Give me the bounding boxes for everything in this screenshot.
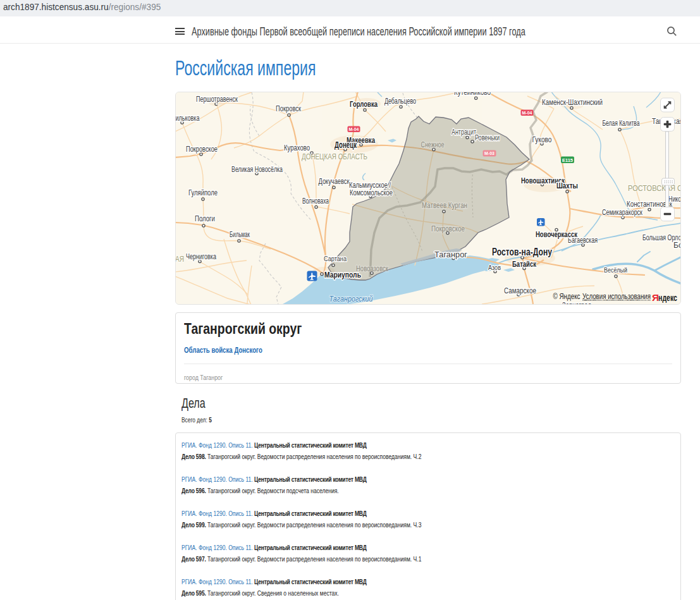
svg-text:Снежное: Снежное bbox=[421, 140, 445, 149]
svg-text:Курахово: Курахово bbox=[284, 144, 310, 152]
svg-text:Самарское: Самарское bbox=[504, 286, 536, 295]
svg-text:М-03: М-03 bbox=[484, 151, 494, 156]
svg-text:Великая Новосёлка: Великая Новосёлка bbox=[231, 165, 283, 174]
svg-text:Пологи: Пологи bbox=[195, 214, 215, 223]
svg-text:Новочеркасск: Новочеркасск bbox=[536, 230, 577, 239]
svg-text:Таганрог: Таганрог bbox=[434, 250, 467, 259]
svg-text:Весёлый: Весёлый bbox=[604, 266, 627, 274]
svg-text:Донецк: Донецк bbox=[335, 140, 357, 150]
svg-text:Бог: Бог bbox=[673, 241, 680, 250]
svg-text:Волноваха: Волноваха bbox=[302, 197, 329, 205]
svg-text:Шахты: Шахты bbox=[556, 181, 578, 190]
svg-text:Горловка: Горловка bbox=[350, 99, 378, 109]
svg-text:Матвеев Курган: Матвеев Курган bbox=[422, 201, 467, 210]
svg-text:Таганрогский: Таганрогский bbox=[329, 294, 373, 303]
svg-text:Сартана: Сартана bbox=[324, 254, 347, 263]
svg-text:Белая Калитва: Белая Калитва bbox=[603, 119, 640, 128]
svg-text:Батайск: Батайск bbox=[512, 259, 536, 269]
svg-text:Зерноград: Зерноград bbox=[562, 301, 591, 304]
svg-text:Гуляйполе: Гуляйполе bbox=[188, 188, 218, 197]
svg-text:АЯ: АЯ bbox=[176, 255, 184, 264]
svg-text:© Яндекс: © Яндекс bbox=[553, 292, 580, 301]
svg-text:Бильмак: Бильмак bbox=[230, 230, 250, 239]
svg-text:Покровское: Покровское bbox=[186, 145, 218, 154]
svg-text:ильковка: ильковка bbox=[176, 114, 200, 123]
svg-text:Комсомольское: Комсомольское bbox=[350, 188, 393, 197]
svg-text:М-04: М-04 bbox=[349, 127, 359, 132]
svg-text:Докучаевск: Докучаевск bbox=[319, 177, 350, 186]
svg-text:Антрацит: Антрацит bbox=[451, 128, 476, 137]
svg-text:Черниговка: Черниговка bbox=[186, 252, 216, 261]
svg-text:Першотравенск: Першотравенск bbox=[196, 95, 238, 104]
svg-text:ДОНЕЦКАЯ ОБЛАСТЬ: ДОНЕЦКАЯ ОБЛАСТЬ bbox=[302, 152, 367, 161]
svg-text:ндекс: ндекс bbox=[658, 292, 677, 303]
svg-text:Условия использования: Условия использования bbox=[582, 292, 651, 301]
svg-text:Каменск-Шахтинский: Каменск-Шахтинский bbox=[542, 98, 603, 107]
svg-text:Кутейниково: Кутейниково bbox=[454, 92, 491, 97]
svg-text:Семикаракорск: Семикаракорск bbox=[602, 208, 642, 217]
svg-text:М-04: М-04 bbox=[522, 111, 532, 115]
svg-text:Ростов-на-Дону: Ростов-на-Дону bbox=[492, 247, 552, 257]
svg-text:Николаевская: Николаевская bbox=[668, 195, 680, 204]
svg-text:Покровск: Покровск bbox=[276, 104, 302, 113]
svg-text:Покровское: Покровское bbox=[431, 224, 465, 233]
svg-text:Гуково: Гуково bbox=[532, 135, 552, 144]
svg-text:Ровеньки: Ровеньки bbox=[475, 133, 500, 142]
svg-text:Азов: Азов bbox=[488, 263, 501, 272]
svg-text:Е115: Е115 bbox=[562, 157, 573, 163]
svg-text:Мариуполь: Мариуполь bbox=[324, 270, 361, 279]
svg-text:Дебальцево: Дебальцево bbox=[384, 97, 416, 106]
